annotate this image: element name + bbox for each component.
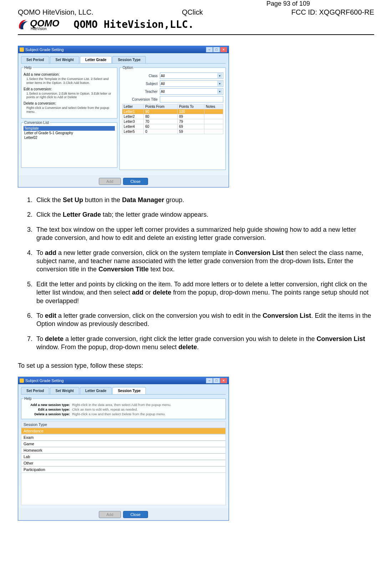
list-item[interactable]: Homework <box>21 447 226 453</box>
maximize-button[interactable]: □ <box>213 47 220 52</box>
chevron-down-icon: ▾ <box>217 89 222 94</box>
screenshot-letter-grade-window: Subject Grade Setting – □ ✕ Set Period S… <box>18 46 229 187</box>
minimize-button[interactable]: – <box>206 378 213 383</box>
steps-list: Click the Set Up button in the Data Mana… <box>18 196 374 351</box>
option-row-conversion-title: Conversion Title <box>122 96 223 102</box>
list-item[interactable]: Exam <box>21 434 226 441</box>
window-title: Subject Grade Setting <box>25 378 64 383</box>
step-item: To delete a letter grade conversion, rig… <box>34 335 374 352</box>
section-intro: To set up a session type, follow these s… <box>18 362 374 370</box>
class-dropdown[interactable]: All ▾ <box>160 72 223 79</box>
page-number: Page 93 of 109 <box>18 0 374 7</box>
table-row[interactable]: Letter3 70 79 <box>122 119 223 124</box>
screenshot-session-type-window: Subject Grade Setting – □ ✕ Set Period S… <box>18 377 229 521</box>
option-label: Subject <box>122 82 160 86</box>
help-item-body: 1.Select a conversion. 2.Edit items in O… <box>26 92 115 100</box>
step-item: Click the Letter Grade tab; the letter g… <box>34 211 374 219</box>
step-item: To add a new letter grade conversion, cl… <box>34 249 374 274</box>
list-item[interactable]: Attendance <box>21 428 226 434</box>
dropdown-value: All <box>161 74 165 78</box>
letter-table: Letter Points From Points To Notes Lette… <box>122 104 223 134</box>
option-group: Option Class All ▾ Subject All <box>119 66 226 170</box>
list-item[interactable]: Lab <box>21 453 226 460</box>
header-left: QOMO HiteVision, LLC. <box>18 8 93 16</box>
add-button[interactable]: Add <box>99 178 121 185</box>
page-title: QOMO HiteVision,LLC. <box>73 19 194 30</box>
help-item-head: Delete a conversion: <box>24 101 115 105</box>
close-button[interactable]: Close <box>123 178 148 185</box>
teacher-dropdown[interactable]: All ▾ <box>160 88 223 95</box>
minimize-button[interactable]: – <box>206 47 213 52</box>
maximize-button[interactable]: □ <box>213 378 220 383</box>
tabs: Set Period Set Weight Letter Grade Sessi… <box>21 387 226 395</box>
option-label: Teacher <box>122 90 160 94</box>
dropdown-value: All <box>161 82 165 86</box>
subject-dropdown[interactable]: All ▾ <box>160 80 223 87</box>
tab-session-type[interactable]: Session Type <box>112 56 146 63</box>
list-item[interactable]: Other <box>21 460 226 466</box>
close-button[interactable]: Close <box>123 511 148 518</box>
tab-set-weight[interactable]: Set Weight <box>50 56 79 63</box>
help-item: Add a new session type: Right-click in t… <box>24 403 223 407</box>
tab-set-weight[interactable]: Set Weight <box>50 387 79 394</box>
tabs: Set Period Set Weight Letter Grade Sessi… <box>21 56 226 64</box>
help-group: Help Add a new conversion: 1.Select the … <box>21 66 117 119</box>
list-item[interactable]: Template <box>24 126 115 131</box>
tab-letter-grade[interactable]: Letter Grade <box>80 56 112 63</box>
list-empty-area[interactable] <box>21 473 226 505</box>
option-label: Conversion Title <box>122 97 160 101</box>
option-row-class: Class All ▾ <box>122 72 223 79</box>
list-item[interactable]: Game <box>21 441 226 447</box>
tab-set-period[interactable]: Set Period <box>21 56 49 63</box>
chevron-down-icon: ▾ <box>217 73 222 78</box>
help-item-head: Edit a conversion: <box>24 87 115 91</box>
list-item[interactable]: Letter02 <box>24 135 115 140</box>
tab-letter-grade[interactable]: Letter Grade <box>80 387 112 394</box>
conversion-list-group: Conversion List Template Letter of Grade… <box>21 121 117 168</box>
help-group: Help Add a new session type: Right-click… <box>21 397 226 419</box>
add-button[interactable]: Add <box>99 511 121 518</box>
option-legend: Option <box>122 66 134 70</box>
dropdown-value: All <box>161 90 165 94</box>
table-header[interactable]: Notes <box>204 104 223 109</box>
option-row-teacher: Teacher All ▾ <box>122 88 223 95</box>
tab-set-period[interactable]: Set Period <box>21 387 49 394</box>
header-right: FCC ID: XQGQRF600-RE <box>291 8 374 16</box>
tab-session-type[interactable]: Session Type <box>112 387 146 394</box>
table-header[interactable]: Points To <box>177 104 204 109</box>
app-icon <box>20 378 24 383</box>
conversion-title-input[interactable] <box>160 96 223 102</box>
help-item-body: Right-click a Conversion and select Dele… <box>26 106 115 114</box>
titlebar: Subject Grade Setting – □ ✕ <box>18 46 229 53</box>
divider <box>18 34 374 35</box>
table-header[interactable]: Letter <box>122 104 143 109</box>
help-legend: Help <box>24 66 32 70</box>
window-title: Subject Grade Setting <box>25 47 64 52</box>
help-item: Edit a session type: Click an item to ed… <box>24 407 223 411</box>
header-center: QClick <box>182 8 203 16</box>
table-row[interactable]: Letter1 90 100 <box>122 109 223 114</box>
table-row[interactable]: Letter4 60 69 <box>122 124 223 129</box>
option-row-subject: Subject All ▾ <box>122 80 223 87</box>
step-item: To edit a letter grade conversion, click… <box>34 312 374 328</box>
chevron-down-icon: ▾ <box>217 81 222 86</box>
table-row[interactable]: Letter5 0 59 <box>122 129 223 134</box>
logo: QOMO HiteVision <box>18 18 59 31</box>
table-row[interactable]: Letter2 80 89 <box>122 114 223 119</box>
help-legend: Help <box>24 397 32 401</box>
close-button[interactable]: ✕ <box>220 378 227 383</box>
titlebar: Subject Grade Setting – □ ✕ <box>18 377 229 384</box>
list-item[interactable]: Participation <box>21 466 226 473</box>
help-item-head: Add a new conversion: <box>24 72 115 76</box>
step-item: Edit the letter and points by clicking o… <box>34 280 374 305</box>
help-item-body: 1.Select the Template in the Conversion … <box>26 77 115 85</box>
step-item: Click the Set Up button in the Data Mana… <box>34 196 374 204</box>
table-header[interactable]: Points From <box>144 104 178 109</box>
conversion-list-legend: Conversion List <box>24 121 50 125</box>
step-item: The text box window on the upper left co… <box>34 226 374 242</box>
close-button[interactable]: ✕ <box>220 47 227 52</box>
session-type-header[interactable]: Session Type <box>21 421 226 428</box>
list-item[interactable]: Letter of Grade 5-1 Geography <box>24 131 115 135</box>
app-icon <box>20 47 24 52</box>
option-label: Class <box>122 74 160 78</box>
